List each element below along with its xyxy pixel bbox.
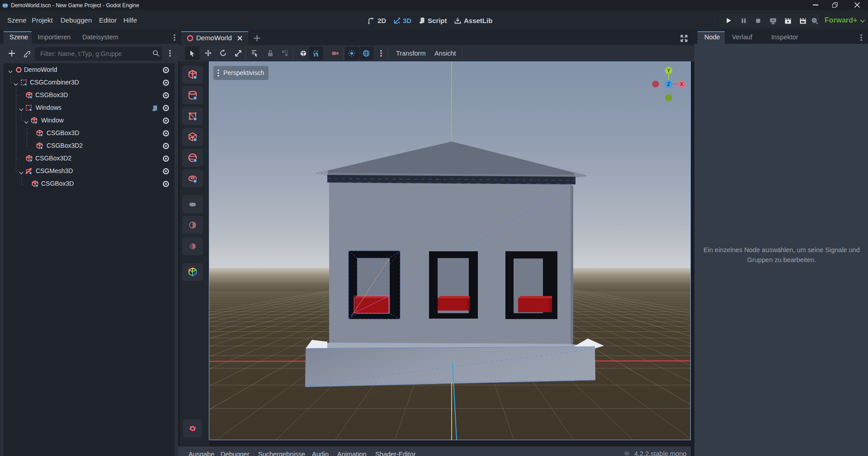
svg-text:X: X [680, 81, 684, 87]
svg-text:Z: Z [667, 81, 670, 87]
svg-text:Y: Y [667, 68, 670, 73]
